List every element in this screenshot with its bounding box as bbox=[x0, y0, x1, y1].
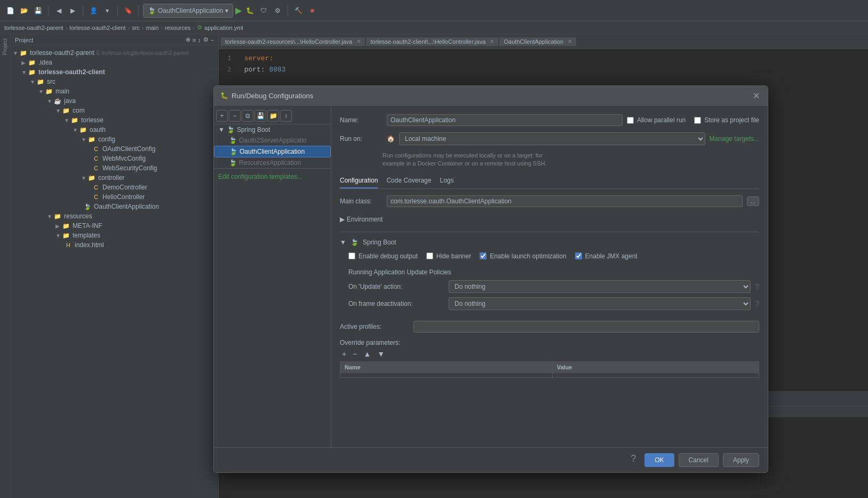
enable-jmx-agent-label: Enable JMX agent bbox=[585, 252, 638, 260]
tab-close-2[interactable]: ✕ bbox=[568, 38, 572, 44]
vcs-dropdown-icon[interactable]: ▾ bbox=[101, 5, 113, 17]
param-empty-value bbox=[552, 373, 759, 377]
on-update-select[interactable]: Do nothing bbox=[449, 280, 751, 293]
tree-item-com[interactable]: ▼ 📁 com bbox=[11, 106, 218, 115]
tree-item-src[interactable]: ▼ 📁 src bbox=[11, 77, 218, 86]
build-icon[interactable]: 🔨 bbox=[292, 5, 304, 17]
folder-icon-templates: 📁 bbox=[62, 231, 70, 240]
param-up-button[interactable]: ▲ bbox=[361, 349, 373, 359]
hide-banner-label: Hide banner bbox=[436, 252, 471, 260]
run-config-button[interactable]: 🍃 OauthClientApplication ▾ bbox=[143, 4, 233, 18]
stop-icon[interactable]: ■ bbox=[306, 5, 318, 17]
project-side-icon[interactable]: Project bbox=[1, 36, 9, 57]
config-add-button[interactable]: + bbox=[216, 110, 228, 122]
config-item-resources[interactable]: 🍃 ResourcesApplication bbox=[214, 157, 331, 168]
coverage-button[interactable]: 🛡 bbox=[258, 5, 269, 17]
back-icon[interactable]: ◀ bbox=[53, 5, 65, 17]
project-panel-icon-3[interactable]: ↕ bbox=[198, 37, 201, 43]
tree-item-websecurity[interactable]: C WebSecurityConfig bbox=[11, 163, 218, 173]
bookmark-icon[interactable]: 🔖 bbox=[122, 5, 134, 17]
project-panel-icon-1[interactable]: ⊕ bbox=[186, 36, 190, 43]
config-item-oauth2server[interactable]: 🍃 Oauth2ServerApplicatio bbox=[214, 135, 331, 146]
editor-tab-2[interactable]: OauthClientApplication ✕ bbox=[499, 37, 576, 46]
tab-close-1[interactable]: ✕ bbox=[490, 38, 494, 44]
editor-tab-0[interactable]: torlesse-oauth2-resources\...\HelloContr… bbox=[221, 37, 365, 46]
config-folder-button[interactable]: 📁 bbox=[267, 110, 279, 122]
forward-icon[interactable]: ▶ bbox=[67, 5, 78, 17]
environment-header[interactable]: ▶ Environment bbox=[340, 214, 759, 225]
allow-parallel-checkbox[interactable] bbox=[627, 117, 634, 124]
tab-close-0[interactable]: ✕ bbox=[356, 38, 361, 44]
breadcrumb-item-6[interactable]: application.yml bbox=[204, 25, 243, 31]
param-remove-button[interactable]: − bbox=[351, 349, 359, 359]
store-as-project-checkbox[interactable] bbox=[694, 117, 701, 124]
tree-item-indexhtml[interactable]: H index.html bbox=[11, 240, 218, 250]
tree-item-democontroller[interactable]: C DemoController bbox=[11, 183, 218, 192]
tree-item-torlesse[interactable]: ▼ 📁 torlesse bbox=[11, 115, 218, 125]
new-file-icon[interactable]: 📄 bbox=[4, 5, 16, 17]
config-copy-button[interactable]: ⧉ bbox=[242, 110, 253, 122]
editor-tab-1[interactable]: torlesse-oauth2-client\...\HelloControll… bbox=[366, 37, 498, 46]
breadcrumb-item-4[interactable]: resources bbox=[165, 25, 190, 31]
profile-button[interactable]: ⚙ bbox=[272, 5, 283, 17]
breadcrumb-item-1[interactable]: torlesse-oauth2-client bbox=[69, 25, 125, 31]
tree-item-client[interactable]: ▼ 📁 torlesse-oauth2-client bbox=[11, 67, 218, 77]
enable-launch-optimization-checkbox[interactable] bbox=[480, 252, 487, 259]
config-sort-button[interactable]: ↕ bbox=[280, 110, 292, 122]
on-frame-help-icon[interactable]: ? bbox=[755, 299, 759, 308]
project-panel-icon-4[interactable]: ⚙ bbox=[203, 36, 209, 43]
hide-banner-checkbox[interactable] bbox=[426, 252, 433, 259]
tab-configuration[interactable]: Configuration bbox=[340, 175, 378, 188]
project-panel-icon-5[interactable]: − bbox=[211, 37, 214, 43]
sep3 bbox=[117, 5, 118, 16]
param-down-button[interactable]: ▼ bbox=[375, 349, 387, 359]
tree-item-templates[interactable]: ▼ 📁 templates bbox=[11, 231, 218, 240]
config-group-springboot[interactable]: ▼ 🍃 Spring Boot bbox=[214, 124, 331, 135]
dialog-help-icon[interactable]: ? bbox=[626, 453, 640, 467]
breadcrumb-item-3[interactable]: main bbox=[146, 25, 159, 31]
active-profiles-input[interactable] bbox=[413, 321, 759, 333]
tree-item-webmvc[interactable]: C WebMvcConfig bbox=[11, 154, 218, 163]
param-add-button[interactable]: + bbox=[340, 349, 348, 359]
enable-jmx-agent-checkbox[interactable] bbox=[575, 252, 582, 259]
run-on-select[interactable]: Local machine bbox=[399, 132, 705, 145]
apply-button[interactable]: Apply bbox=[723, 453, 759, 467]
main-class-input[interactable] bbox=[387, 195, 743, 207]
spring-boot-header[interactable]: ▼ 🍃 Spring Boot bbox=[340, 236, 759, 248]
manage-targets-link[interactable]: Manage targets... bbox=[710, 135, 759, 143]
debug-button[interactable]: 🐛 bbox=[244, 5, 256, 17]
enable-debug-output-checkbox[interactable] bbox=[348, 252, 355, 259]
edit-config-templates-link[interactable]: Edit configuration templates... bbox=[214, 168, 331, 185]
save-icon[interactable]: 💾 bbox=[32, 5, 44, 17]
on-update-help-icon[interactable]: ? bbox=[755, 282, 759, 291]
tree-item-oauthapp[interactable]: 🍃 OauthClientApplication bbox=[11, 202, 218, 211]
tree-item-java[interactable]: ▼ ☕ java bbox=[11, 96, 218, 106]
config-save-button[interactable]: 💾 bbox=[254, 110, 266, 122]
browse-button[interactable]: ... bbox=[747, 196, 759, 206]
on-frame-select[interactable]: Do nothing bbox=[449, 297, 751, 310]
tree-item-oauth-client-config[interactable]: C OAuthClientConfig bbox=[11, 144, 218, 154]
run-button[interactable]: ▶ bbox=[235, 5, 242, 15]
tree-item-idea[interactable]: ▶ 📁 .idea bbox=[11, 58, 218, 67]
config-remove-button[interactable]: − bbox=[229, 110, 241, 122]
tree-item-oauth[interactable]: ▼ 📁 oauth bbox=[11, 125, 218, 135]
name-input[interactable] bbox=[387, 114, 623, 126]
tree-item-hellocontroller[interactable]: C HelloController bbox=[11, 192, 218, 202]
vcs-icon[interactable]: 👤 bbox=[87, 5, 99, 17]
project-panel-icon-2[interactable]: ≡ bbox=[193, 37, 196, 43]
breadcrumb-item-2[interactable]: src bbox=[132, 25, 140, 31]
ok-button[interactable]: OK bbox=[644, 453, 674, 467]
tab-logs[interactable]: Logs bbox=[440, 175, 453, 188]
breadcrumb-item-0[interactable]: torlesse-oauth2-parent bbox=[4, 25, 63, 31]
config-item-oauthclient[interactable]: 🍃 OauthClientApplication bbox=[214, 146, 331, 157]
tree-item-resources[interactable]: ▼ 📁 resources bbox=[11, 211, 218, 221]
open-icon[interactable]: 📂 bbox=[18, 5, 30, 17]
tree-item-config[interactable]: ▼ 📁 config bbox=[11, 135, 218, 144]
tab-code-coverage[interactable]: Code Coverage bbox=[386, 175, 431, 188]
dialog-close-button[interactable]: ✕ bbox=[751, 90, 761, 101]
tree-item-main[interactable]: ▼ 📁 main bbox=[11, 86, 218, 96]
cancel-button[interactable]: Cancel bbox=[679, 453, 719, 467]
tree-item-controller[interactable]: ▼ 📁 controller bbox=[11, 173, 218, 183]
tree-item-metainf[interactable]: ▶ 📁 META-INF bbox=[11, 221, 218, 231]
tree-item-root[interactable]: ▼ 📁 torlesse-oauth2-parent E:\torlesse-b… bbox=[11, 48, 218, 58]
